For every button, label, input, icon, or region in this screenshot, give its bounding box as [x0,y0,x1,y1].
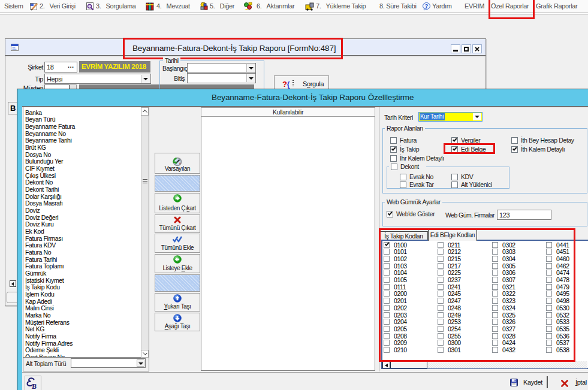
svg-text:?: ? [425,3,429,9]
svg-text:B: B [31,382,37,390]
